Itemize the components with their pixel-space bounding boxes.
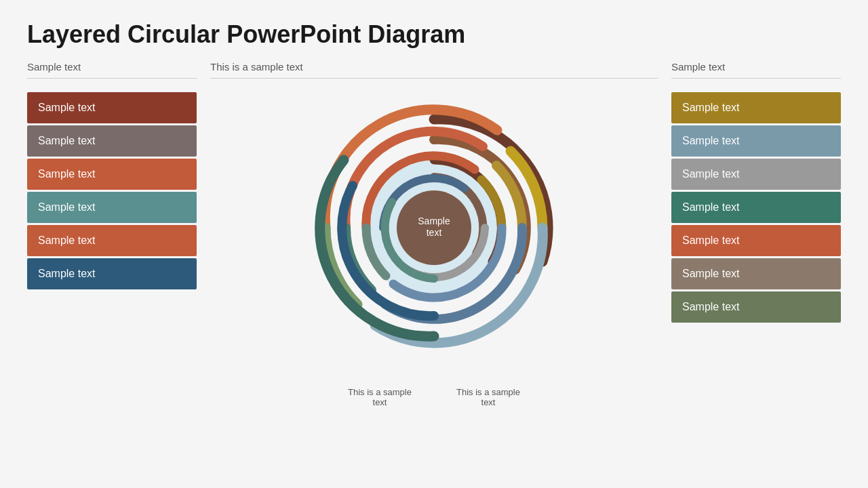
left-item-0: Sample text	[27, 92, 197, 123]
middle-col-header: This is a sample text	[210, 61, 658, 79]
right-col-header: Sample text	[671, 61, 841, 79]
right-column: Sample text Sample textSample textSample…	[671, 61, 841, 447]
left-item-4: Sample text	[27, 225, 197, 256]
main-columns: Sample text Sample textSample textSample…	[27, 61, 841, 447]
left-items-list: Sample textSample textSample textSample …	[27, 92, 197, 289]
diagram-container: Sample text	[298, 85, 570, 384]
diagram-label-left: This is a sample text	[346, 387, 414, 407]
right-item-4: Sample text	[671, 225, 841, 256]
left-item-2: Sample text	[27, 159, 197, 190]
left-column: Sample text Sample textSample textSample…	[27, 61, 197, 447]
right-item-0: Sample text	[671, 92, 841, 123]
left-item-1: Sample text	[27, 125, 197, 157]
slide: Layered Circular PowerPoint Diagram Samp…	[0, 0, 868, 488]
svg-text:text: text	[427, 227, 442, 238]
svg-text:Sample: Sample	[418, 216, 450, 226]
right-items-list: Sample textSample textSample textSample …	[671, 92, 841, 323]
left-col-header: Sample text	[27, 61, 197, 79]
right-item-6: Sample text	[671, 291, 841, 323]
middle-column: This is a sample text Sample text	[197, 61, 671, 447]
page-title: Layered Circular PowerPoint Diagram	[27, 20, 841, 49]
left-item-5: Sample text	[27, 258, 197, 289]
right-item-5: Sample text	[671, 258, 841, 289]
diagram-label-right: This is a sample text	[454, 387, 522, 407]
diagram-labels: This is a sample text This is a sample t…	[298, 387, 570, 407]
circular-diagram: Sample text	[298, 85, 570, 384]
right-item-3: Sample text	[671, 192, 841, 223]
left-item-3: Sample text	[27, 192, 197, 223]
right-item-2: Sample text	[671, 159, 841, 190]
right-item-1: Sample text	[671, 125, 841, 157]
